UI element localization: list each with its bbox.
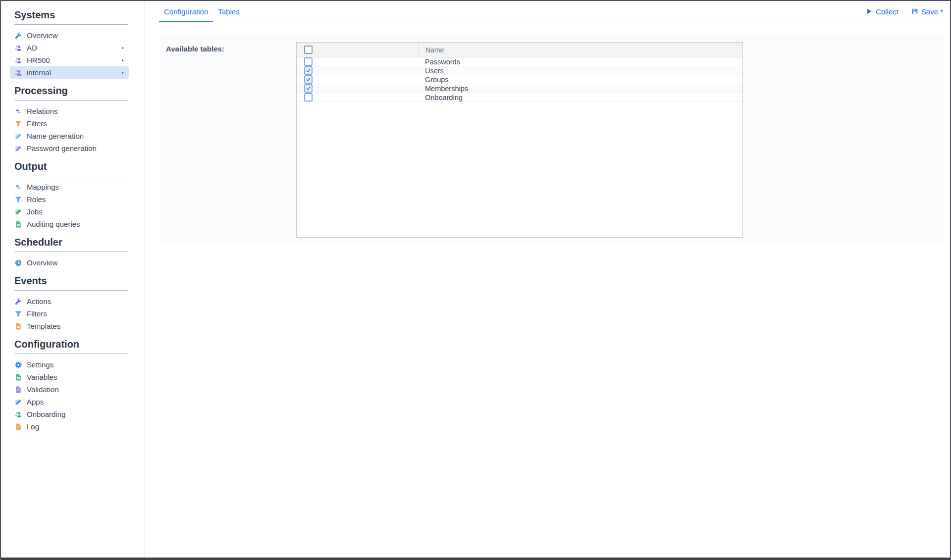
row-checkbox-cell <box>297 93 418 102</box>
collect-button[interactable]: Collect <box>866 7 898 16</box>
table-empty-space <box>297 102 742 237</box>
users-icon <box>14 410 22 418</box>
main-area: Configuration Tables Collect Save * Avai… <box>145 1 950 558</box>
sidebar-item-templates[interactable]: Templates <box>10 320 129 332</box>
section-title: Events <box>14 274 131 287</box>
arrows-icon <box>14 183 22 191</box>
section-items: Mappings Roles Jobs Auditing queries <box>10 181 129 230</box>
header-checkbox-cell <box>297 43 418 57</box>
sidebar-item-hr500[interactable]: HR500 <box>10 54 129 66</box>
sidebar-section: Events Actions Filters Templates <box>1 274 145 332</box>
sidebar-item-filters[interactable]: Filters <box>10 307 129 320</box>
sidebar-item-label: internal <box>27 68 120 77</box>
sidebar-item-overview[interactable]: Overview <box>10 29 129 42</box>
users-icon <box>14 44 22 52</box>
section-items: Overview <box>10 256 129 269</box>
sidebar-item-relations[interactable]: Relations <box>10 105 129 117</box>
section-title: Processing <box>14 84 131 97</box>
sidebar-item-roles[interactable]: Roles <box>10 193 129 205</box>
sidebar-item-apps[interactable]: Apps <box>10 396 129 408</box>
row-checkbox-cell <box>297 84 418 93</box>
sidebar-item-mappings[interactable]: Mappings <box>10 181 129 193</box>
sidebar-item-onboarding[interactable]: Onboarding <box>10 408 129 420</box>
sidebar-item-label: Log <box>27 422 120 431</box>
available-tables-table: Name Passwords Users <box>296 42 743 238</box>
table-row[interactable]: Onboarding <box>297 93 742 102</box>
doc-icon <box>14 220 22 228</box>
wrench-icon <box>14 32 22 40</box>
table-row[interactable]: Passwords <box>297 57 742 66</box>
sidebar-section: Output Mappings Roles Jobs Auditing quer… <box>1 160 145 230</box>
row-name-cell: Users <box>418 66 742 75</box>
pencil-icon <box>14 132 22 140</box>
tab-configuration[interactable]: Configuration <box>159 1 213 22</box>
sidebar-item-label: Filters <box>27 309 120 318</box>
sidebar-item-label: Jobs <box>27 207 120 216</box>
sidebar-item-ad[interactable]: AD <box>10 42 129 54</box>
sidebar-item-validation[interactable]: Validation <box>10 383 129 396</box>
sidebar-item-auditing-queries[interactable]: Auditing queries <box>10 218 129 230</box>
section-title: Configuration <box>14 338 131 351</box>
sidebar-item-filters[interactable]: Filters <box>10 117 129 130</box>
save-button-label: Save * <box>921 7 943 16</box>
tab-tables[interactable]: Tables <box>213 1 244 22</box>
sidebar-item-label: Apps <box>27 398 120 406</box>
sidebar-item-label: Relations <box>27 107 120 115</box>
sidebar-item-label: Password generation <box>27 144 120 153</box>
sidebar-item-variables[interactable]: Variables <box>10 371 129 383</box>
save-icon <box>911 8 918 15</box>
sidebar-item-settings[interactable]: Settings <box>10 358 129 371</box>
tab-label: Tables <box>218 7 239 16</box>
table-row[interactable]: Groups <box>297 75 742 84</box>
row-checkbox[interactable] <box>304 75 313 84</box>
table-row[interactable]: Users <box>297 66 742 75</box>
toolbar: Collect Save * <box>866 1 943 22</box>
section-divider <box>14 290 128 291</box>
sidebar-item-log[interactable]: Log <box>10 420 129 433</box>
sidebar-item-overview[interactable]: Overview <box>10 256 129 269</box>
name-column-header-label: Name <box>425 46 444 54</box>
name-column-header: Name <box>418 43 742 57</box>
row-checkbox[interactable] <box>304 57 313 66</box>
play-icon <box>866 8 873 15</box>
section-title: Scheduler <box>14 236 131 249</box>
chevron-right-icon <box>120 58 125 63</box>
check-icon <box>306 68 311 73</box>
users-icon <box>14 56 22 64</box>
sidebar-item-label: Onboarding <box>27 410 120 418</box>
row-checkbox[interactable] <box>304 84 313 93</box>
section-items: Relations Filters Name generation Passwo… <box>10 105 129 154</box>
row-checkbox[interactable] <box>304 66 313 75</box>
users-icon <box>14 69 22 77</box>
section-title: Systems <box>14 8 131 21</box>
doc-icon <box>14 386 22 394</box>
pencil-icon <box>14 145 22 153</box>
sidebar-item-internal[interactable]: internal <box>10 66 129 79</box>
table-row[interactable]: Memberships <box>297 84 742 93</box>
table-header: Name <box>297 43 742 57</box>
section-items: Actions Filters Templates <box>10 295 129 332</box>
row-checkbox[interactable] <box>304 93 313 102</box>
sidebar-item-label: Actions <box>27 297 120 305</box>
save-button[interactable]: Save * <box>911 7 943 16</box>
sidebar-item-label: Auditing queries <box>27 220 120 228</box>
sidebar-item-password-generation[interactable]: Password generation <box>10 142 129 154</box>
row-name: Passwords <box>425 58 460 66</box>
row-name-cell: Memberships <box>418 84 742 93</box>
section-divider <box>14 24 128 25</box>
sidebar-item-label: Name generation <box>27 132 120 140</box>
row-name-cell: Onboarding <box>418 93 742 102</box>
configuration-panel: Available tables: Name <box>160 34 944 245</box>
check-icon <box>306 77 311 82</box>
sidebar-item-name-generation[interactable]: Name generation <box>10 130 129 142</box>
row-name: Onboarding <box>425 94 463 102</box>
clock-icon <box>14 259 22 267</box>
chevron-right-icon <box>120 70 125 75</box>
funnel-icon <box>14 196 22 204</box>
sidebar-item-actions[interactable]: Actions <box>10 295 129 307</box>
section-divider <box>14 100 128 101</box>
select-all-checkbox[interactable] <box>304 46 313 54</box>
sidebar-item-jobs[interactable]: Jobs <box>10 205 129 218</box>
chevron-right-icon <box>120 46 125 51</box>
sidebar-section: Configuration Settings Variables Validat… <box>1 338 145 433</box>
